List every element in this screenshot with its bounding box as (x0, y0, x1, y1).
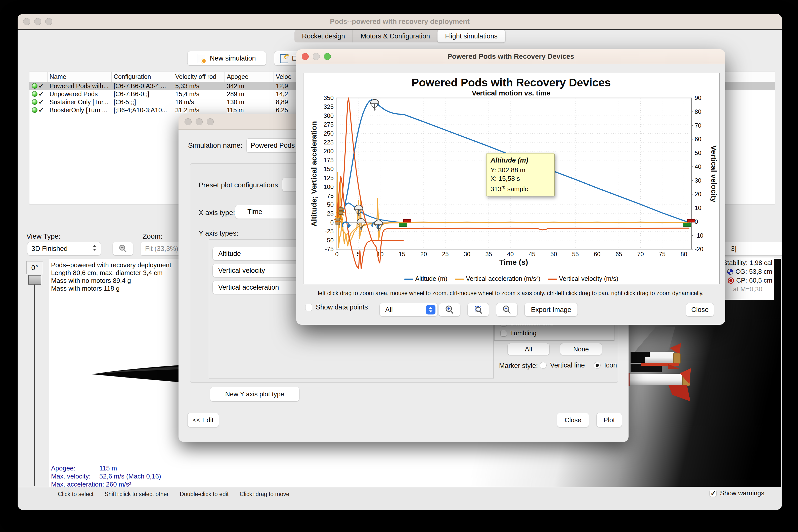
plot-button[interactable]: Plot (596, 413, 622, 427)
show-data-points-checkbox[interactable] (305, 304, 312, 311)
show-warnings-checkbox[interactable] (709, 490, 717, 497)
rocket-info-line: Pods--powered with recovery deployment (51, 261, 171, 269)
table-cell: Powered Pods with... (48, 82, 112, 90)
table-cell: [C6-7;B6-0;A3-4;... (112, 82, 173, 90)
svg-text:60: 60 (594, 251, 601, 258)
svg-text:150: 150 (324, 166, 333, 172)
column-header[interactable]: Configuration (112, 72, 173, 82)
svg-text:40: 40 (507, 251, 514, 258)
zoom-in-button[interactable] (439, 303, 460, 317)
tooltip-title: Altitude (m) (491, 156, 550, 164)
svg-text:75: 75 (327, 192, 333, 199)
svg-text:70: 70 (695, 122, 702, 129)
y-axis-type-vertical-acceleration[interactable]: Vertical acceleration (213, 281, 306, 294)
table-cell: 5,33 m/s (173, 82, 225, 90)
tooltip-sample: 313rd sample (491, 183, 550, 193)
table-cell: Sustainer Only [Tur... (48, 98, 112, 106)
new-simulation-button[interactable]: ✹ New simulation (187, 51, 266, 65)
marker-style-option-label: Icon (604, 361, 617, 369)
stability-value: Stability: 1,98 cal (722, 258, 774, 267)
status-ok-icon (32, 99, 37, 105)
legend-item: Vertical velocity (m/s) (548, 275, 618, 282)
cp-icon (728, 277, 734, 284)
new-y-axis-button[interactable]: New Y axis plot type (210, 387, 300, 401)
show-warnings-label: Show warnings (720, 489, 764, 497)
y-axis-type-vertical-velocity[interactable]: Vertical velocity (213, 264, 306, 277)
max-accel-value: 260 m/s² (106, 480, 131, 487)
svg-text:200: 200 (324, 148, 333, 154)
tab-rocket-design[interactable]: Rocket design (294, 30, 352, 42)
maximize-icon[interactable] (207, 118, 214, 125)
event-checkbox-tumbling[interactable] (500, 330, 507, 337)
rocket-info-line: Mass with motors 118 g (51, 285, 171, 292)
view-type-value: 3D Finished (32, 245, 68, 253)
marker-style-radio-icon[interactable] (594, 362, 601, 369)
y-axis-type-altitude[interactable]: Altitude (213, 247, 306, 261)
svg-text:Altitude; Vertical acceleratio: Altitude; Vertical acceleration (310, 121, 318, 227)
all-button-label: All (525, 345, 532, 353)
marker-style-radio-vertical-line[interactable] (540, 362, 547, 369)
svg-text:40: 40 (695, 163, 702, 170)
svg-text:250: 250 (324, 130, 333, 137)
rotation-slider-track[interactable] (34, 284, 35, 486)
zoom-out-button[interactable] (496, 303, 518, 317)
flight-stats: Apogee:115 m Max. velocity:52,6 m/s (Mac… (51, 464, 161, 487)
cg-icon (727, 268, 733, 275)
apogee-label: Apogee: (51, 464, 99, 472)
svg-text:-75: -75 (325, 246, 333, 252)
svg-text:25: 25 (327, 210, 333, 217)
svg-text:50: 50 (695, 149, 702, 156)
max-velocity-label: Max. velocity: (51, 472, 99, 480)
svg-text:50: 50 (550, 251, 557, 258)
export-image-button[interactable]: Export Image (524, 303, 578, 317)
minimize-icon[interactable] (196, 118, 203, 125)
tab-flight-simulations[interactable]: Flight simulations (437, 30, 505, 42)
svg-text:15: 15 (399, 251, 405, 258)
new-simulation-icon: ✹ (198, 54, 206, 63)
svg-text:-25: -25 (325, 228, 333, 234)
dialog-close-button[interactable]: Close (557, 413, 589, 427)
rotation-slider-handle[interactable] (28, 275, 41, 285)
column-header[interactable] (30, 72, 48, 82)
cp-label: CP: (736, 277, 747, 284)
select-none-events-button[interactable]: None (560, 343, 602, 355)
rocket-info-line: Length 80,6 cm, max. diameter 3,4 cm (51, 269, 171, 277)
view-type-select[interactable]: 3D Finished (27, 242, 101, 255)
rocket-aft-render (626, 326, 702, 417)
table-cell: BoosterOnly [Turn ... (48, 107, 112, 114)
column-header[interactable]: Velocity off rod (173, 72, 225, 82)
svg-text:55: 55 (572, 251, 579, 258)
edit-back-button[interactable]: << Edit (187, 413, 219, 427)
column-header[interactable]: Apogee (225, 72, 274, 82)
chart-panel[interactable]: Powered Pods with Recovery DevicesVertic… (303, 73, 720, 284)
zoom-reset-button[interactable] (467, 303, 489, 317)
edit-simulation-icon: ✎ (280, 54, 288, 63)
svg-text:Powered Pods with Recovery Dev: Powered Pods with Recovery Devices (412, 76, 611, 89)
plot-close-button[interactable]: Close (686, 303, 714, 317)
table-cell: 31.2 m/s (173, 107, 225, 114)
table-cell: 130 m (225, 98, 274, 106)
svg-text:0: 0 (335, 251, 339, 258)
svg-text:65: 65 (615, 251, 622, 258)
table-cell: Unpowered Pods (48, 91, 112, 98)
mach-note: at M=0,30 (722, 284, 774, 293)
status-bar: Click to selectShift+click to select oth… (18, 487, 782, 510)
branch-select[interactable]: All (379, 303, 438, 317)
chevron-up-down-icon (92, 245, 97, 253)
column-header[interactable]: Name (48, 72, 112, 82)
table-cell: 289 m (225, 91, 274, 98)
tab-motors-configuration[interactable]: Motors & Configuration (352, 30, 437, 42)
select-all-events-button[interactable]: All (507, 343, 549, 355)
checkmark-icon: ✓ (37, 91, 44, 98)
svg-text:60: 60 (695, 136, 702, 142)
main-titlebar: Pods--powered with recovery deployment (18, 14, 782, 30)
table-cell: 18 m/s (173, 98, 225, 106)
close-icon[interactable] (184, 118, 192, 125)
svg-text:225: 225 (324, 139, 333, 146)
zoom-out-view-button[interactable] (113, 242, 133, 255)
data-point-tooltip: Altitude (m) Y: 302,88 m X: 15,58 s 313r… (486, 153, 555, 196)
rotation-angle-field[interactable]: 0° (26, 261, 43, 274)
table-cell: [;B6-4;A10-3;A10... (112, 107, 173, 114)
preset-label: Preset plot configurations: (199, 181, 280, 189)
zoom-level-value: Fit (33,3%) (145, 245, 178, 253)
